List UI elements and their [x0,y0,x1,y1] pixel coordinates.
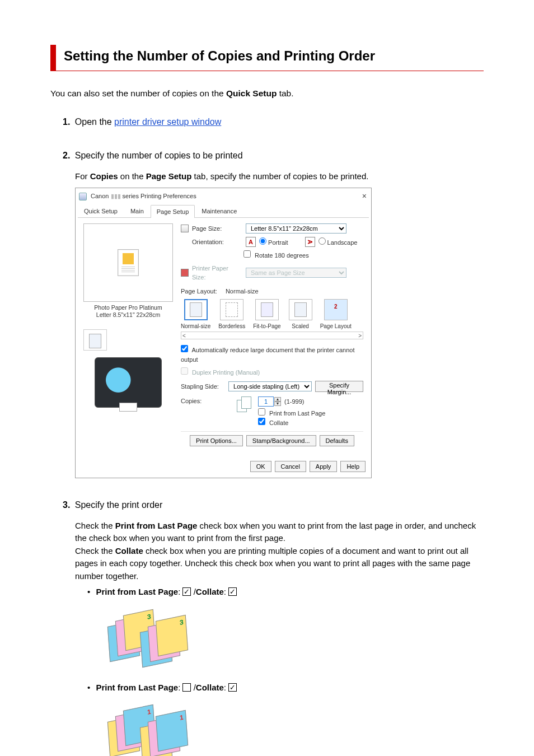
combo1-collate: Collate [196,587,224,596]
tab-page-setup[interactable]: Page Setup [151,205,195,218]
c1s2: : [224,587,228,596]
combo2-pflp: Print from Last Page [96,683,178,692]
print-from-last-checkbox[interactable]: Print from Last Page [258,408,325,418]
s3p1a: Check the [75,521,115,530]
copies-spinner[interactable]: ▲▼ [258,396,281,407]
s2-b2: Page Setup [146,171,192,181]
step-3-num: 3. [63,500,70,510]
media-type-label: Photo Paper Pro Platinum [83,304,173,311]
printer-paper-icon [181,269,189,277]
unchecked-box-icon [182,683,191,692]
step-3-title: Specify the print order [75,500,163,510]
layout-normal[interactable]: Normal-size [181,299,210,330]
page-title-bar: Setting the Number of Copies and Printin… [50,45,484,71]
help-button[interactable]: Help [340,461,366,472]
page-title: Setting the Number of Copies and Printin… [64,46,484,66]
combo-1: • Print from Last Page: /Collate: [87,586,484,599]
tab-page-setup-pane: Photo Paper Pro Platinum Letter 8.5"x11"… [76,218,371,458]
s2-b1: Copies [90,171,118,181]
layout-pagelayout[interactable]: 2Page Layout [320,299,352,330]
copies-input[interactable] [258,396,274,407]
auto-reduce-text: Automatically reduce large document that… [181,347,355,363]
right-column: Page Size: Letter 8.5"x11" 22x28cm Orien… [181,223,363,452]
combo-2: • Print from Last Page: /Collate: [87,682,484,694]
collate-illustration-2: 3 2 1 3 2 1 [109,699,484,756]
tab-maintenance[interactable]: Maintenance [195,204,243,218]
portrait-text: Portrait [268,239,288,246]
page-size-select[interactable]: Letter 8.5"x11" 22x28cm [246,223,346,234]
combo1-pflp: Print from Last Page [96,587,178,596]
layout-result-preview [83,329,107,351]
page-layout-label: Page Layout: [181,287,217,296]
specify-margin-button[interactable]: Specify Margin... [315,381,363,392]
step-3: 3. Specify the print order Check the Pri… [63,498,484,756]
step-2-num: 2. [63,151,70,160]
steps-list: 1. Open the printer driver setup window … [50,115,484,756]
copies-icon [237,396,252,412]
page-layout-value: Normal-size [226,287,259,296]
tab-main[interactable]: Main [124,204,150,218]
c2sl: / [191,683,195,692]
c1s1: : [178,587,182,596]
apply-button[interactable]: Apply [310,461,338,472]
dialog-title: Canon ▮▮▮ series Printing Preferences [79,192,196,201]
layout-pl-num: 2 [330,302,342,317]
portrait-icon: A [246,237,256,247]
step-3-p1: Check the Print from Last Page check box… [75,520,484,545]
intro-pre: You can also set the number of copies on… [50,88,226,98]
collate-text: Collate [269,419,288,426]
rotate-180-checkbox[interactable]: Rotate 180 degrees [243,250,309,260]
layout-scrollbar[interactable]: <> [181,332,363,339]
layout-borderless-text: Borderless [218,322,245,330]
layout-normal-text: Normal-size [181,322,210,330]
page-size-label: Page Size: [192,224,242,234]
canon-icon [79,193,87,200]
c2s1: : [178,683,182,692]
dialog-tabs: Quick Setup Main Page Setup Maintenance [78,204,369,218]
collate-checkbox[interactable]: Collate [258,418,325,428]
portrait-radio[interactable]: Portrait [259,237,288,248]
printer-icon [95,357,162,408]
layout-scaled-text: Scaled [289,322,312,330]
duplex-checkbox[interactable]: Duplex Printing (Manual) [181,367,260,377]
dialog-titlebar: Canon ▮▮▮ series Printing Preferences × [76,188,371,203]
step-2-title: Specify the number of copies to be print… [75,151,243,160]
s3p1b1: Print from Last Page [115,521,198,530]
step-2-head: 2. Specify the number of copies to be pr… [63,149,484,162]
combo2-collate: Collate [196,683,224,692]
checked-box-icon [228,587,237,596]
cancel-button[interactable]: Cancel [275,461,306,472]
printer-paper-label: Printer Paper Size: [192,264,242,282]
dlg-title-suf: series Printing Preferences [123,193,196,199]
step-1-head: 1. Open the printer driver setup window [63,115,484,129]
dlg-title-pre: Canon [91,193,109,199]
step-3-body: Check the Print from Last Page check box… [63,520,484,756]
layout-fit[interactable]: Fit-to-Page [253,299,280,330]
stapling-select[interactable]: Long-side stapling (Left) [228,381,312,391]
print-options-button[interactable]: Print Options... [190,435,243,446]
layout-borderless[interactable]: Borderless [218,299,245,330]
layout-pagelayout-text: Page Layout [320,322,352,330]
layout-fit-text: Fit-to-Page [253,322,280,330]
media-size-label: Letter 8.5"x11" 22x28cm [83,311,173,319]
s3p2b1: Collate [115,546,143,556]
duplex-text: Duplex Printing (Manual) [192,369,260,376]
layout-scaled[interactable]: Scaled [289,299,312,330]
tab-quick-setup[interactable]: Quick Setup [78,204,124,218]
stamp-background-button[interactable]: Stamp/Background... [246,435,316,446]
ok-button[interactable]: OK [250,461,271,472]
step-2: 2. Specify the number of copies to be pr… [63,149,484,478]
close-icon[interactable]: × [362,190,367,202]
stapling-label: Stapling Side: [181,382,225,391]
printer-driver-link[interactable]: printer driver setup window [114,117,221,127]
step-3-p2: Check the Collate check box when you are… [75,545,484,583]
s2-post: tab, specify the number of copies to be … [191,171,368,181]
auto-reduce-checkbox[interactable]: Automatically reduce large document that… [181,345,363,364]
spin-up-icon[interactable]: ▲ [274,397,281,402]
intro-post: tab. [277,88,293,98]
landscape-radio[interactable]: Landscape [318,237,358,248]
c2s2: : [224,683,228,692]
spin-down-icon[interactable]: ▼ [274,402,281,406]
defaults-button[interactable]: Defaults [320,435,354,446]
print-last-text: Print from Last Page [269,410,325,417]
